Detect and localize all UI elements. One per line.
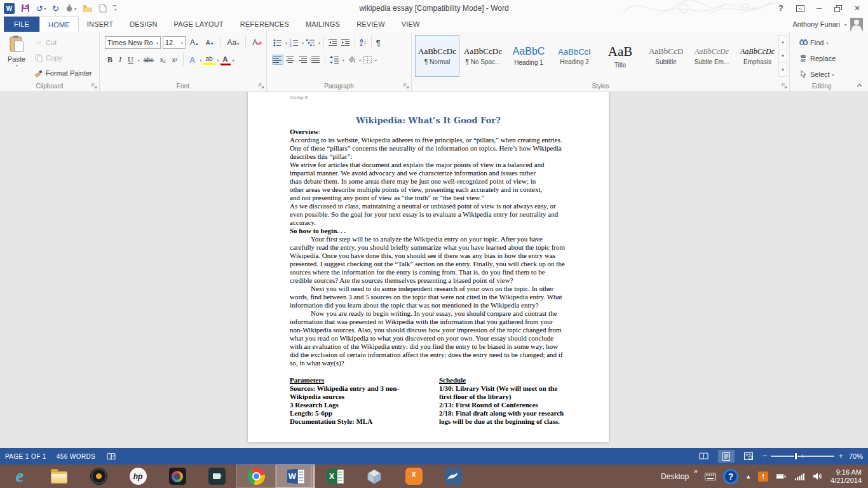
- subscript-button[interactable]: x₂: [158, 56, 168, 64]
- taskbar-photo-app[interactable]: [158, 464, 197, 488]
- style-emphasis[interactable]: AaBbCcDcEmphasis: [735, 35, 780, 77]
- style-subtitle[interactable]: AaBbCcDSubtitle: [644, 35, 688, 77]
- line-spacing-button[interactable]: [329, 55, 341, 65]
- styles-scroll-down-button[interactable]: ▼: [779, 50, 787, 64]
- style-title[interactable]: AaBTitle: [598, 35, 642, 77]
- clear-formatting-button[interactable]: A: [250, 37, 265, 48]
- paragraph-dialog-launcher[interactable]: [403, 83, 409, 89]
- tab-view[interactable]: VIEW: [393, 17, 428, 32]
- style-no-spacing[interactable]: AaBbCcDc¶ No Spac...: [461, 35, 505, 77]
- styles-scroll-up-button[interactable]: ▲: [779, 36, 787, 50]
- text-effects-button[interactable]: A: [187, 55, 198, 65]
- styles-gallery-more-button[interactable]: ▼: [779, 63, 787, 76]
- underline-button[interactable]: U: [125, 55, 136, 65]
- taskbar-clock[interactable]: 9:16 AM4/21/2014: [831, 468, 862, 485]
- network-tray-icon[interactable]: [794, 471, 805, 482]
- justify-button[interactable]: [310, 55, 322, 65]
- font-size-combobox[interactable]: 12▾: [163, 36, 186, 49]
- taskbar-video-app[interactable]: [197, 464, 236, 488]
- show-hidden-icons-button[interactable]: ▲: [745, 473, 751, 480]
- sort-button[interactable]: AZ↓: [358, 37, 368, 48]
- tab-file[interactable]: FILE: [4, 17, 39, 32]
- strikethrough-button[interactable]: abc: [141, 56, 156, 64]
- word-count[interactable]: 456 WORDS: [57, 453, 95, 460]
- superscript-button[interactable]: x²: [170, 56, 180, 64]
- taskbar-hp-app[interactable]: hp: [118, 464, 158, 488]
- change-case-button[interactable]: Aa▾: [225, 37, 242, 48]
- ribbon-display-options-button[interactable]: [792, 1, 808, 15]
- tab-review[interactable]: REVIEW: [348, 17, 393, 32]
- font-name-combobox[interactable]: Times New Ro▾: [105, 36, 161, 49]
- taskbar-3d-app[interactable]: [355, 464, 394, 488]
- taskbar-word-active[interactable]: W: [276, 464, 315, 488]
- taskbar-file-explorer[interactable]: [39, 464, 79, 488]
- paste-button[interactable]: Paste ▾: [4, 35, 29, 78]
- copy-button[interactable]: Copy: [32, 51, 94, 64]
- collapse-ribbon-button[interactable]: [856, 83, 863, 89]
- account-menu[interactable]: Anthony Funari ▾: [792, 17, 863, 32]
- tab-design[interactable]: DESIGN: [121, 17, 165, 32]
- shading-button[interactable]: [346, 55, 357, 65]
- minimize-button[interactable]: ─: [811, 1, 827, 15]
- align-center-button[interactable]: [285, 55, 296, 65]
- style-subtle-emphasis[interactable]: AaBbCcDcSubtle Em...: [689, 35, 734, 77]
- style-heading-2[interactable]: AaBbCcIHeading 2: [552, 35, 597, 77]
- tab-mailings[interactable]: MAILINGS: [297, 17, 348, 32]
- clipboard-dialog-launcher[interactable]: [92, 83, 97, 89]
- close-button[interactable]: ✕: [849, 1, 865, 15]
- tab-references[interactable]: REFERENCES: [232, 17, 297, 32]
- document-page[interactable]: Comp II Wikipedia: What’s It Good For? O…: [248, 92, 609, 442]
- style-heading-1[interactable]: AaBbCHeading 1: [506, 35, 551, 77]
- style-normal[interactable]: AaBbCcDc¶ Normal: [415, 35, 459, 77]
- shrink-font-button[interactable]: A▼: [203, 39, 217, 47]
- web-layout-button[interactable]: [740, 450, 757, 463]
- toolbar-overflow-chevron[interactable]: »: [694, 467, 698, 475]
- page-indicator[interactable]: PAGE 1 OF 1: [5, 453, 46, 460]
- font-dialog-launcher[interactable]: [259, 83, 264, 89]
- decrease-indent-button[interactable]: [327, 37, 339, 48]
- zoom-slider[interactable]: [771, 452, 834, 460]
- zoom-in-button[interactable]: +: [838, 452, 843, 460]
- taskbar-chrome[interactable]: [236, 464, 276, 488]
- taskbar-xampp[interactable]: ᕁ: [394, 464, 433, 488]
- help-button[interactable]: ?: [773, 1, 789, 15]
- align-left-button[interactable]: [272, 55, 283, 65]
- highlight-button[interactable]: ab: [203, 55, 215, 65]
- show-hide-pilcrow-button[interactable]: ¶: [375, 37, 382, 49]
- align-right-button[interactable]: [297, 55, 309, 65]
- grow-font-button[interactable]: A▲: [187, 37, 201, 48]
- desktop-toolbar[interactable]: Desktop»: [661, 472, 698, 481]
- help-tray-icon[interactable]: ?: [723, 469, 738, 484]
- select-button[interactable]: Select▾: [796, 68, 837, 81]
- numbering-button[interactable]: 123: [288, 37, 300, 48]
- tab-insert[interactable]: INSERT: [79, 17, 121, 32]
- proofing-status-icon[interactable]: [105, 451, 117, 462]
- bold-button[interactable]: B: [105, 55, 115, 65]
- bullets-button[interactable]: [272, 37, 283, 48]
- format-painter-button[interactable]: Format Painter: [32, 67, 94, 79]
- tab-page-layout[interactable]: PAGE LAYOUT: [166, 17, 232, 32]
- taskbar-media-player[interactable]: [79, 464, 118, 488]
- tab-home[interactable]: HOME: [39, 17, 79, 32]
- taskbar-internet-explorer[interactable]: e: [0, 464, 39, 488]
- restore-button[interactable]: [830, 1, 846, 15]
- taskbar-excel[interactable]: X: [315, 464, 355, 488]
- volume-tray-icon[interactable]: [812, 471, 824, 482]
- read-mode-button[interactable]: [696, 450, 712, 463]
- alert-tray-icon[interactable]: [758, 471, 768, 482]
- replace-button[interactable]: abac Replace: [796, 52, 837, 65]
- zoom-slider-thumb[interactable]: [794, 452, 797, 460]
- increase-indent-button[interactable]: [340, 37, 351, 48]
- find-button[interactable]: Find▾: [796, 36, 837, 49]
- zoom-out-button[interactable]: −: [763, 452, 768, 460]
- power-tray-icon[interactable]: [775, 471, 787, 482]
- multilevel-list-button[interactable]: [305, 37, 316, 48]
- italic-button[interactable]: I: [116, 55, 124, 65]
- zoom-percentage[interactable]: 70%: [849, 452, 863, 460]
- styles-dialog-launcher[interactable]: [782, 83, 787, 89]
- touch-keyboard-icon[interactable]: [705, 471, 716, 482]
- borders-button[interactable]: [362, 55, 373, 65]
- print-layout-button[interactable]: [718, 450, 735, 463]
- taskbar-mysql-workbench[interactable]: [433, 464, 473, 488]
- font-color-button[interactable]: A: [220, 55, 231, 65]
